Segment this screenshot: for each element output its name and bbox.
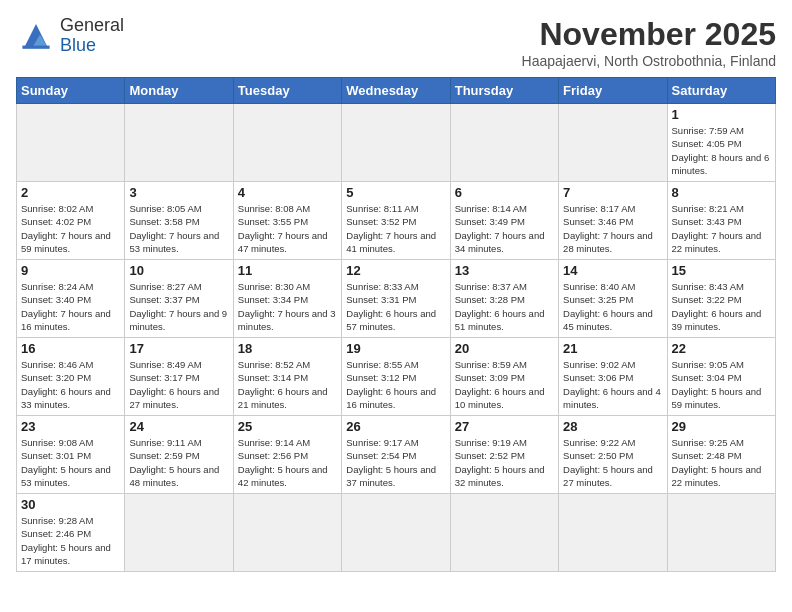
day-info: Sunrise: 8:33 AM Sunset: 3:31 PM Dayligh… [346,280,445,333]
calendar-day-cell [667,494,775,572]
calendar-week-row: 9Sunrise: 8:24 AM Sunset: 3:40 PM Daylig… [17,260,776,338]
day-number: 6 [455,185,554,200]
day-info: Sunrise: 8:11 AM Sunset: 3:52 PM Dayligh… [346,202,445,255]
svg-rect-2 [22,45,49,48]
calendar-day-cell [233,494,341,572]
calendar-day-cell: 13Sunrise: 8:37 AM Sunset: 3:28 PM Dayli… [450,260,558,338]
day-number: 29 [672,419,771,434]
weekday-header-cell: Thursday [450,78,558,104]
calendar-day-cell: 30Sunrise: 9:28 AM Sunset: 2:46 PM Dayli… [17,494,125,572]
weekday-header-cell: Saturday [667,78,775,104]
calendar-day-cell: 10Sunrise: 8:27 AM Sunset: 3:37 PM Dayli… [125,260,233,338]
logo-icon [16,20,56,52]
calendar-day-cell [450,494,558,572]
day-number: 4 [238,185,337,200]
weekday-header: SundayMondayTuesdayWednesdayThursdayFrid… [17,78,776,104]
day-number: 12 [346,263,445,278]
day-number: 18 [238,341,337,356]
calendar-day-cell: 19Sunrise: 8:55 AM Sunset: 3:12 PM Dayli… [342,338,450,416]
weekday-header-cell: Monday [125,78,233,104]
day-number: 14 [563,263,662,278]
day-number: 5 [346,185,445,200]
day-info: Sunrise: 8:21 AM Sunset: 3:43 PM Dayligh… [672,202,771,255]
day-info: Sunrise: 8:02 AM Sunset: 4:02 PM Dayligh… [21,202,120,255]
day-info: Sunrise: 8:43 AM Sunset: 3:22 PM Dayligh… [672,280,771,333]
calendar-day-cell: 25Sunrise: 9:14 AM Sunset: 2:56 PM Dayli… [233,416,341,494]
calendar-table: SundayMondayTuesdayWednesdayThursdayFrid… [16,77,776,572]
calendar-week-row: 16Sunrise: 8:46 AM Sunset: 3:20 PM Dayli… [17,338,776,416]
calendar-day-cell: 27Sunrise: 9:19 AM Sunset: 2:52 PM Dayli… [450,416,558,494]
day-number: 17 [129,341,228,356]
calendar-day-cell [559,494,667,572]
logo-text: General Blue [60,16,124,56]
calendar-day-cell: 1Sunrise: 7:59 AM Sunset: 4:05 PM Daylig… [667,104,775,182]
day-info: Sunrise: 9:28 AM Sunset: 2:46 PM Dayligh… [21,514,120,567]
title-area: November 2025 Haapajaervi, North Ostrobo… [522,16,776,69]
calendar-day-cell [125,494,233,572]
day-info: Sunrise: 8:37 AM Sunset: 3:28 PM Dayligh… [455,280,554,333]
day-info: Sunrise: 8:52 AM Sunset: 3:14 PM Dayligh… [238,358,337,411]
day-number: 16 [21,341,120,356]
day-number: 26 [346,419,445,434]
day-info: Sunrise: 9:25 AM Sunset: 2:48 PM Dayligh… [672,436,771,489]
day-info: Sunrise: 8:17 AM Sunset: 3:46 PM Dayligh… [563,202,662,255]
calendar-day-cell: 9Sunrise: 8:24 AM Sunset: 3:40 PM Daylig… [17,260,125,338]
calendar-week-row: 2Sunrise: 8:02 AM Sunset: 4:02 PM Daylig… [17,182,776,260]
day-number: 22 [672,341,771,356]
calendar-week-row: 23Sunrise: 9:08 AM Sunset: 3:01 PM Dayli… [17,416,776,494]
calendar-day-cell: 3Sunrise: 8:05 AM Sunset: 3:58 PM Daylig… [125,182,233,260]
calendar-day-cell [342,494,450,572]
day-number: 15 [672,263,771,278]
calendar-day-cell: 14Sunrise: 8:40 AM Sunset: 3:25 PM Dayli… [559,260,667,338]
calendar-day-cell: 24Sunrise: 9:11 AM Sunset: 2:59 PM Dayli… [125,416,233,494]
day-info: Sunrise: 8:27 AM Sunset: 3:37 PM Dayligh… [129,280,228,333]
day-info: Sunrise: 8:08 AM Sunset: 3:55 PM Dayligh… [238,202,337,255]
calendar-day-cell: 29Sunrise: 9:25 AM Sunset: 2:48 PM Dayli… [667,416,775,494]
day-info: Sunrise: 8:59 AM Sunset: 3:09 PM Dayligh… [455,358,554,411]
day-info: Sunrise: 9:08 AM Sunset: 3:01 PM Dayligh… [21,436,120,489]
day-number: 25 [238,419,337,434]
day-info: Sunrise: 8:46 AM Sunset: 3:20 PM Dayligh… [21,358,120,411]
calendar-day-cell: 26Sunrise: 9:17 AM Sunset: 2:54 PM Dayli… [342,416,450,494]
day-number: 30 [21,497,120,512]
location: Haapajaervi, North Ostrobothnia, Finland [522,53,776,69]
weekday-header-cell: Friday [559,78,667,104]
day-info: Sunrise: 8:55 AM Sunset: 3:12 PM Dayligh… [346,358,445,411]
calendar-day-cell [125,104,233,182]
day-number: 3 [129,185,228,200]
calendar-day-cell: 17Sunrise: 8:49 AM Sunset: 3:17 PM Dayli… [125,338,233,416]
day-info: Sunrise: 9:05 AM Sunset: 3:04 PM Dayligh… [672,358,771,411]
calendar-day-cell: 8Sunrise: 8:21 AM Sunset: 3:43 PM Daylig… [667,182,775,260]
day-number: 13 [455,263,554,278]
day-number: 10 [129,263,228,278]
day-info: Sunrise: 9:17 AM Sunset: 2:54 PM Dayligh… [346,436,445,489]
day-info: Sunrise: 9:22 AM Sunset: 2:50 PM Dayligh… [563,436,662,489]
day-number: 27 [455,419,554,434]
day-number: 24 [129,419,228,434]
calendar-week-row: 1Sunrise: 7:59 AM Sunset: 4:05 PM Daylig… [17,104,776,182]
day-info: Sunrise: 8:49 AM Sunset: 3:17 PM Dayligh… [129,358,228,411]
calendar-day-cell: 23Sunrise: 9:08 AM Sunset: 3:01 PM Dayli… [17,416,125,494]
day-info: Sunrise: 8:30 AM Sunset: 3:34 PM Dayligh… [238,280,337,333]
day-info: Sunrise: 8:05 AM Sunset: 3:58 PM Dayligh… [129,202,228,255]
calendar-day-cell [559,104,667,182]
weekday-header-cell: Wednesday [342,78,450,104]
day-info: Sunrise: 8:40 AM Sunset: 3:25 PM Dayligh… [563,280,662,333]
day-info: Sunrise: 9:19 AM Sunset: 2:52 PM Dayligh… [455,436,554,489]
calendar-day-cell [342,104,450,182]
calendar-day-cell: 16Sunrise: 8:46 AM Sunset: 3:20 PM Dayli… [17,338,125,416]
day-number: 2 [21,185,120,200]
day-number: 8 [672,185,771,200]
day-number: 23 [21,419,120,434]
calendar-day-cell: 7Sunrise: 8:17 AM Sunset: 3:46 PM Daylig… [559,182,667,260]
calendar-day-cell: 12Sunrise: 8:33 AM Sunset: 3:31 PM Dayli… [342,260,450,338]
day-info: Sunrise: 9:02 AM Sunset: 3:06 PM Dayligh… [563,358,662,411]
header: General Blue November 2025 Haapajaervi, … [16,16,776,69]
day-info: Sunrise: 8:24 AM Sunset: 3:40 PM Dayligh… [21,280,120,333]
day-number: 7 [563,185,662,200]
calendar-day-cell: 4Sunrise: 8:08 AM Sunset: 3:55 PM Daylig… [233,182,341,260]
calendar-day-cell: 11Sunrise: 8:30 AM Sunset: 3:34 PM Dayli… [233,260,341,338]
calendar-week-row: 30Sunrise: 9:28 AM Sunset: 2:46 PM Dayli… [17,494,776,572]
calendar-day-cell [17,104,125,182]
calendar-body: 1Sunrise: 7:59 AM Sunset: 4:05 PM Daylig… [17,104,776,572]
